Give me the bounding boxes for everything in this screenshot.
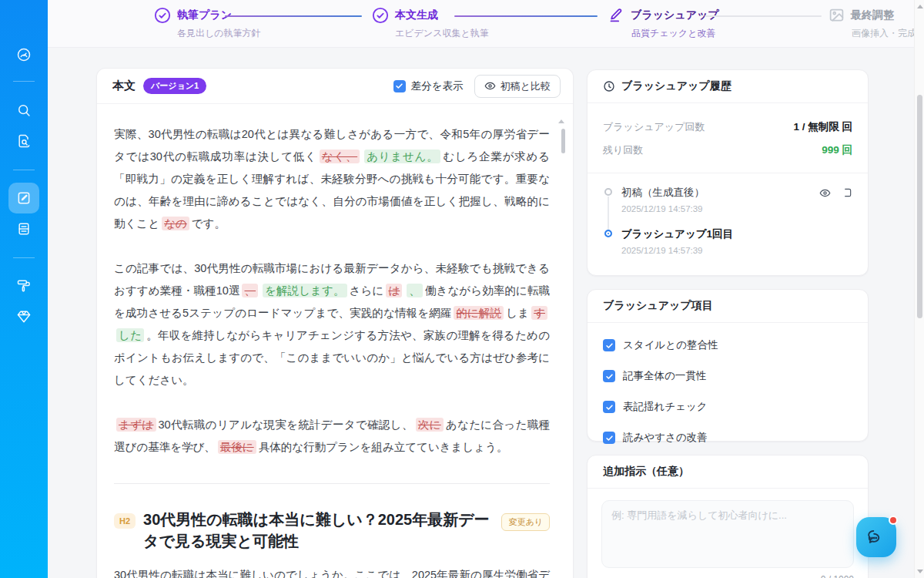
instructions-card-title: 追加指示（任意） (603, 465, 689, 479)
sidebar-item-editor[interactable] (8, 183, 39, 213)
brushup-history-card: ブラッシュアップ履歴 ブラッシュアップ回数 1 / 無制限 回 残り回数 999… (587, 69, 869, 276)
restore-version-icon[interactable] (842, 187, 852, 199)
diff-deletion: は (386, 284, 402, 297)
check-circle-icon (372, 7, 389, 24)
diff-deletion: なの (162, 217, 189, 230)
pen-line-icon (608, 7, 624, 23)
step-subtitle: 各見出しの執筆方針 (177, 27, 261, 40)
image-icon (829, 7, 845, 23)
history-stats: ブラッシュアップ回数 1 / 無制限 回 残り回数 999 回 (588, 103, 868, 173)
step-subtitle: 画像挿入・完成 (852, 27, 916, 40)
step-connector (225, 15, 362, 17)
additional-instructions-card: 追加指示（任意） 0 / 1000 (587, 455, 869, 578)
paint-roller-icon (16, 278, 32, 294)
progress-stepper: 執筆プラン 各見出しの執筆方針 本文生成 エビデンス収集と執筆 ブラッシュアップ… (48, 0, 915, 48)
diff-deletion: なく、 (320, 150, 360, 163)
option-notation-check[interactable]: 表記揺れチェック (603, 400, 852, 414)
step-connector (705, 15, 822, 17)
scrollbar-up-arrow-icon[interactable] (917, 5, 923, 8)
sidebar-divider (13, 81, 35, 82)
sidebar (0, 0, 48, 578)
editor-scrollbar-thumb[interactable] (561, 129, 565, 153)
diff-toggle[interactable]: 差分を表示 (393, 79, 464, 93)
chat-bubbles-icon (865, 526, 888, 549)
step-subtitle: エビデンス収集と執筆 (395, 27, 489, 40)
checkbox-checked-icon[interactable] (603, 401, 615, 413)
sidebar-item-list[interactable] (8, 213, 39, 244)
additional-instructions-input[interactable] (601, 500, 854, 568)
compare-first-draft-button[interactable]: 初稿と比較 (474, 75, 561, 98)
content-divider (114, 483, 550, 484)
step-connector (454, 15, 598, 17)
diff-insertion: を解説します。 (263, 284, 347, 297)
page-scrollbar-thumb[interactable] (917, 95, 922, 318)
diff-deletion: 次に (416, 418, 444, 432)
diff-deletion: す (531, 306, 547, 320)
remaining-count-value: 999 回 (822, 143, 852, 157)
checkbox-checked-icon[interactable] (603, 370, 615, 382)
option-label: スタイルとの整合性 (623, 338, 718, 352)
sidebar-item-search[interactable] (8, 95, 39, 126)
timeline-dot (604, 188, 612, 196)
checkbox-checked-icon[interactable] (603, 339, 615, 351)
eye-icon (484, 80, 496, 92)
diff-deletion: 的に解説 (454, 306, 504, 320)
sidebar-item-gem[interactable] (8, 301, 39, 332)
step-title: 本文生成 (395, 8, 438, 22)
timeline-item-label: 初稿（生成直後） (621, 186, 705, 200)
diff-insertion: ありません。 (364, 150, 440, 163)
diff-deletion: 、 (242, 284, 258, 297)
brushup-count-label: ブラッシュアップ回数 (603, 120, 705, 134)
brushup-count-row: ブラッシュアップ回数 1 / 無制限 回 (603, 116, 852, 139)
option-label: 読みやすさの改善 (623, 431, 708, 445)
timeline-item-label: ブラッシュアップ1回目 (621, 227, 733, 241)
checkbox-checked-icon[interactable] (393, 80, 406, 92)
history-card-title: ブラッシュアップ履歴 (621, 79, 732, 93)
editor-body: 実際、30代男性の転職は20代とは異なる難しさがある一方で、令和5年の厚労省デー… (97, 104, 573, 578)
remaining-count-label: 残り回数 (603, 143, 643, 157)
notification-dot (889, 516, 898, 525)
gem-icon (16, 309, 32, 324)
option-article-coherence[interactable]: 記事全体の一貫性 (603, 369, 852, 383)
brushup-items-card: ブラッシュアップ項目 スタイルとの整合性 記事全体の一貫性 表記揺れチェック 読… (587, 289, 869, 442)
step-title: 執筆プラン (177, 8, 232, 22)
option-style-consistency[interactable]: スタイルとの整合性 (603, 338, 852, 352)
timeline-item-brushup-1[interactable]: ブラッシュアップ1回目 2025/12/19 14:57:39 (604, 227, 852, 255)
history-card-header: ブラッシュアップ履歴 (588, 70, 868, 103)
step-title: 最終調整 (851, 8, 894, 22)
text-run: さらに (350, 284, 384, 297)
checkbox-checked-icon[interactable] (603, 432, 615, 444)
sidebar-divider (13, 257, 35, 258)
dashboard-icon (16, 47, 32, 62)
diff-deletion: 最後に (218, 440, 256, 454)
timeline-item-first-draft[interactable]: 初稿（生成直後） 2025/12/19 14:57:39 (604, 186, 852, 213)
option-label: 記事全体の一貫性 (623, 369, 706, 383)
changed-badge: 変更あり (501, 513, 550, 531)
page-scrollbar[interactable] (914, 0, 924, 578)
text-run: 30代転職のリアルな現実を統計データで確認し、 (159, 418, 413, 431)
sidebar-item-file-search[interactable] (8, 126, 39, 156)
editor-header: 本文 バージョン1 差分を表示 初稿と比較 (97, 69, 573, 104)
paragraph: まずは30代転職のリアルな現実を統計データで確認し、次にあなたに合った職種選びの… (114, 414, 550, 459)
char-counter: 0 / 1000 (588, 571, 868, 578)
option-label: 表記揺れチェック (623, 400, 708, 414)
scroll-up-arrow-icon[interactable] (558, 119, 564, 123)
sidebar-divider (13, 170, 35, 170)
diff-toggle-label: 差分を表示 (411, 79, 464, 93)
brushup-count-value: 1 / 無制限 回 (793, 120, 852, 134)
chat-support-button[interactable] (856, 517, 896, 557)
timeline-dot-current (604, 230, 612, 237)
sidebar-item-paint-roller[interactable] (8, 271, 39, 301)
view-version-eye-icon[interactable] (819, 187, 831, 199)
list-icon (16, 221, 32, 237)
sidebar-item-dashboard[interactable] (8, 39, 39, 70)
step-subtitle: 品質チェックと改善 (631, 27, 715, 40)
section-heading: H230代男性の転職は本当に難しい？2025年最新データで見る現実と可能性変更あ… (114, 509, 550, 552)
text-run: 。年収を維持しながらキャリアチェンジする方法や、家族の理解を得るためのポイントも… (114, 329, 550, 386)
search-icon (16, 102, 32, 118)
edit-icon (16, 190, 32, 206)
scrollbar-down-arrow-icon[interactable] (917, 570, 923, 573)
history-timeline: 初稿（生成直後） 2025/12/19 14:57:39 (588, 173, 868, 277)
diff-deletion: まずは (116, 418, 156, 432)
option-readability[interactable]: 読みやすさの改善 (603, 431, 852, 445)
